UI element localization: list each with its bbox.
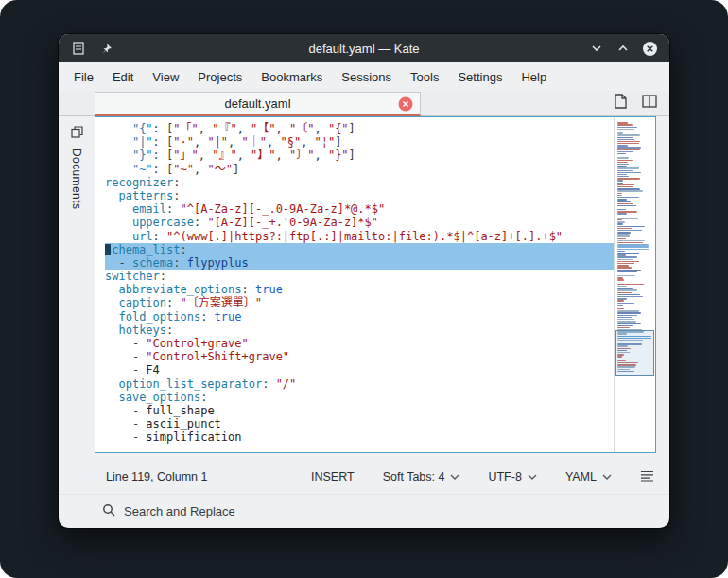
code-line[interactable]: - simplification <box>105 430 614 444</box>
chevron-down-icon <box>528 474 537 481</box>
minimap-line <box>617 147 641 148</box>
search-replace-bar[interactable]: Search and Replace <box>59 494 669 528</box>
minimap-line <box>617 279 624 280</box>
cursor-position[interactable]: Line 119, Column 1 <box>106 470 207 483</box>
indent-mode-label: Soft Tabs: 4 <box>383 470 445 483</box>
menu-bookmarks[interactable]: Bookmarks <box>251 66 332 88</box>
menu-projects[interactable]: Projects <box>188 66 251 88</box>
minimap-line <box>617 166 627 166</box>
minimap-line <box>617 240 645 241</box>
minimap-line <box>617 259 633 260</box>
menu-sessions[interactable]: Sessions <box>332 66 401 88</box>
minimap-line <box>617 124 633 125</box>
encoding-menu[interactable]: UTF-8 <box>488 470 536 483</box>
minimap-line <box>617 234 630 235</box>
minimap-line <box>617 305 623 306</box>
code-area[interactable]: "{": ["「", "『", "【", "〔", "{"] "|": ["·"… <box>95 117 614 452</box>
statusbar: Line 119, Column 1 INSERT Soft Tabs: 4 U… <box>59 460 669 494</box>
chevron-down-icon <box>450 474 459 481</box>
minimap-line <box>617 157 629 158</box>
code-line[interactable]: url: "^(www[.]|https?:|ftp[.:]|mailto:|f… <box>105 230 614 243</box>
documents-toolview-button[interactable]: Documents <box>68 121 85 213</box>
left-toolview-bar: Documents <box>59 116 95 460</box>
menu-help[interactable]: Help <box>511 66 556 88</box>
minimap-line <box>617 267 632 268</box>
minimap-line <box>617 199 627 200</box>
minimap-line <box>617 195 622 196</box>
encoding-label: UTF-8 <box>488 470 521 483</box>
menu-view[interactable]: View <box>143 66 188 88</box>
minimap-line <box>617 180 623 181</box>
indent-mode-menu[interactable]: Soft Tabs: 4 <box>383 470 460 483</box>
split-view-button[interactable] <box>642 95 657 112</box>
minimap-line <box>617 139 634 140</box>
desktop-background: default.yaml — Kate FileEditViewProjects… <box>0 0 728 578</box>
code-line[interactable]: patterns: <box>105 189 614 202</box>
minimap-line <box>617 307 622 307</box>
minimap-line <box>617 131 630 131</box>
minimap-line <box>617 160 633 161</box>
menu-tools[interactable]: Tools <box>401 66 448 88</box>
maximize-button[interactable] <box>615 40 632 57</box>
code-line[interactable]: "|": ["·", "|", "｜", "§", "¦"] <box>105 135 614 149</box>
tabbar: default.yaml <box>59 91 669 116</box>
minimap-line <box>617 270 641 271</box>
code-line[interactable]: "~": ["~", "〜"] <box>105 163 614 176</box>
pin-icon[interactable] <box>97 40 114 57</box>
menubar: FileEditViewProjectsBookmarksSessionsToo… <box>59 62 669 91</box>
minimap-line <box>617 284 644 285</box>
syntax-mode-menu[interactable]: YAML <box>565 470 612 483</box>
minimap-line <box>617 197 639 198</box>
tabbar-actions <box>614 94 669 113</box>
code-line[interactable]: - full_shape <box>105 404 614 417</box>
minimap[interactable] <box>614 117 655 452</box>
minimap-line <box>617 312 641 313</box>
code-line[interactable]: hotkeys: <box>105 324 614 337</box>
word-wrap-lines-icon[interactable] <box>640 470 654 484</box>
code-line[interactable]: "}": ["」", "』", "】", "〕", "}"] <box>105 149 614 162</box>
minimap-line <box>617 162 628 163</box>
close-button[interactable] <box>641 40 658 57</box>
minimap-viewport[interactable] <box>615 330 654 376</box>
minimap-line <box>617 246 649 247</box>
titlebar[interactable]: default.yaml — Kate <box>59 34 669 62</box>
tab-close-button[interactable] <box>398 96 413 112</box>
code-line[interactable]: email: "^[A-Za-z][-_.0-9A-Za-z]*@.*$" <box>105 202 614 216</box>
menu-settings[interactable]: Settings <box>448 66 511 88</box>
code-line[interactable]: uppercase: "[A-Z][-_+.'0-9A-Za-z]*$" <box>105 216 614 229</box>
code-line[interactable]: recognizer: <box>105 176 614 189</box>
minimize-button[interactable] <box>588 40 605 57</box>
code-line[interactable]: option_list_separator: "/" <box>105 377 614 391</box>
code-line[interactable]: schema_list: <box>105 243 614 256</box>
minimap-line <box>617 141 640 142</box>
code-line[interactable]: - "Control+grave" <box>105 337 614 350</box>
minimap-line <box>617 294 640 295</box>
kate-window: default.yaml — Kate FileEditViewProjects… <box>59 34 669 528</box>
minimap-line <box>617 137 633 138</box>
editor-view[interactable]: "{": ["「", "『", "【", "〔", "{"] "|": ["·"… <box>95 116 656 453</box>
input-mode[interactable]: INSERT <box>311 470 355 483</box>
code-line[interactable]: - F4 <box>105 363 614 377</box>
minimap-line <box>617 256 637 257</box>
minimap-line <box>617 244 649 245</box>
minimap-line <box>617 129 634 130</box>
code-line[interactable]: - ascii_punct <box>105 417 614 430</box>
code-line[interactable]: - "Control+Shift+grave" <box>105 350 614 363</box>
menu-file[interactable]: File <box>64 66 103 88</box>
minimap-line <box>617 184 634 185</box>
code-line[interactable]: - schema: flypyplus <box>105 256 614 270</box>
code-line[interactable]: save_options: <box>105 391 614 404</box>
minimap-line <box>617 134 640 135</box>
code-line[interactable]: abbreviate_options: true <box>105 283 614 296</box>
minimap-line <box>617 254 626 255</box>
menu-edit[interactable]: Edit <box>103 66 143 88</box>
new-document-button[interactable] <box>614 94 628 113</box>
minimap-line <box>617 186 633 187</box>
minimap-line <box>617 289 637 290</box>
code-line[interactable]: fold_options: true <box>105 310 614 324</box>
code-line[interactable]: switcher: <box>105 270 614 283</box>
code-line[interactable]: caption: "〔方案選單〕" <box>105 296 614 309</box>
code-line[interactable]: "{": ["「", "『", "【", "〔", "{"] <box>105 122 614 135</box>
tab-default-yaml[interactable]: default.yaml <box>95 92 421 116</box>
minimap-line <box>617 232 631 233</box>
